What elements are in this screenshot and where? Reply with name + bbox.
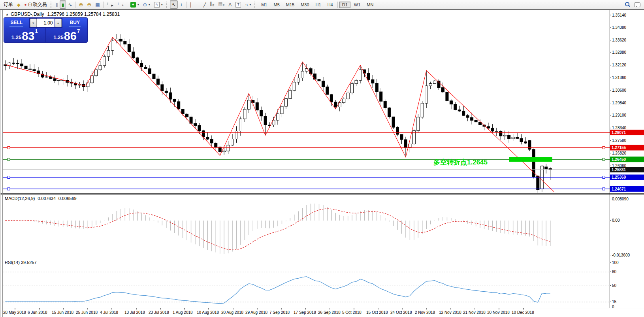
candle-body [144,67,147,68]
bar-chart-icon: ||| [56,2,58,8]
candle-body [388,108,391,117]
candle-body [186,114,188,117]
line-handle[interactable] [8,188,10,190]
volume-value[interactable]: 1.00 [37,19,55,27]
timeframe-button-h1[interactable]: H1 [313,2,324,8]
line-handle[interactable] [8,147,10,149]
candle-body [21,64,23,66]
timeframe-button-m5[interactable]: M5 [271,2,282,8]
zoom-in-button[interactable]: ⊕ [77,0,85,9]
line-handle[interactable] [8,158,10,160]
line-chart-button[interactable]: ∿ [66,0,74,9]
price-axis-label: 1.32120 [612,63,627,67]
candle-body [326,87,329,94]
buy-button[interactable]: BUY [62,18,88,28]
periods-button[interactable]: ⊙▾ [141,0,152,9]
turning-point-highlight-bar[interactable] [509,157,552,162]
candle-body [281,106,283,114]
toolbar: 订单◆●自动交易|||▮∿⊕⊖▦∟▶∟++▾⊙▾∿▾↖+│─╱∥E▤FAT↑↓▾… [0,0,644,9]
line-handle[interactable] [603,147,605,149]
dropdown-arrow-icon[interactable]: ▾ [161,3,163,6]
candle-body [454,104,457,110]
date-axis-label: 5 Oct 2018 [342,310,362,315]
volume-increase-button[interactable]: ▲ [55,19,62,27]
bar-chart-button[interactable]: ||| [54,0,60,9]
trendline-button[interactable]: ╱ [201,0,208,9]
vertical-line-button[interactable]: │ [188,0,194,9]
dropdown-arrow-icon[interactable]: ▾ [149,3,150,6]
add-indicator-icon: + [130,2,136,8]
price-axis-label: 1.33620 [612,38,627,42]
candle-body [545,167,548,169]
new-order-button[interactable]: ◆ [15,0,22,9]
candle-body [119,39,122,41]
chat-button[interactable] [632,0,642,9]
line-handle[interactable] [603,158,605,160]
collapse-icon[interactable]: ▲ [6,13,9,16]
timeframe-button-m30[interactable]: M30 [298,2,312,8]
timeframe-button-d1[interactable]: D1 [339,2,350,8]
dropdown-arrow-icon[interactable]: ▾ [137,3,139,6]
candlestick-chart-button[interactable]: ▮ [60,0,66,9]
fibonacci-button[interactable]: ▤F [216,0,226,9]
candle-body [301,71,304,78]
price-axis-label: 1.28340 [612,126,627,130]
timeframe-button-m1[interactable]: M1 [258,2,270,8]
timeframe-button-h4[interactable]: H4 [325,2,336,8]
turning-point-annotation[interactable]: 多空转折点1.2645 [433,158,488,167]
text-button[interactable]: A [226,0,233,9]
candle-body [223,151,226,152]
sell-button[interactable]: SELL [4,18,29,28]
templates-button[interactable]: ∿▾ [152,0,165,9]
price-axis-label: 1.31360 [612,75,627,80]
cursor-button[interactable]: ↖ [170,0,178,9]
price-axis-label: 1.29840 [612,101,627,105]
line-handle[interactable] [603,176,605,179]
macd-axis-label: 0.008090 [612,197,629,201]
dropdown-arrow-icon[interactable]: ▾ [249,3,251,6]
cursor-icon: ↖ [172,2,176,8]
volume-decrease-button[interactable]: ▼ [30,19,37,27]
candle-body [471,117,473,120]
candle-body [359,70,362,80]
toolbar-separator [103,2,104,8]
candle-body [442,88,444,92]
zoom-in-icon: ⊕ [79,2,83,8]
line-handle[interactable] [8,176,10,179]
buy-price-figure: 1.25 [53,34,63,40]
sell-price-figure: 1.25 [11,34,21,40]
candle-body [322,81,324,87]
timeframe-button-mn[interactable]: MN [364,2,376,8]
chart-area[interactable]: 1.351401.343801.336201.328801.321201.313… [0,0,644,317]
autotrading-button[interactable]: ●自动交易 [22,0,49,9]
candle-body [524,142,527,143]
crosshair-button[interactable]: + [178,0,185,9]
candle-body [161,85,164,91]
orders-button[interactable]: 订单 [2,0,15,9]
candle-body [8,63,11,66]
horizontal-line-button[interactable]: ─ [194,0,201,9]
label-button[interactable]: T [233,0,243,9]
zoom-out-button[interactable]: ⊖ [85,0,93,9]
macd-label: MACD(12,26,9) -0.007634 -0.006569 [5,196,77,201]
timeframe-button-w1[interactable]: W1 [351,2,363,8]
indicators-window-button[interactable]: ∟▶ [105,0,115,9]
candle-body [334,102,337,107]
date-axis-label: 20 Aug 2018 [221,310,244,315]
shapes-button[interactable]: ↑↓▾ [243,0,253,9]
sell-price[interactable]: 1.25831 [4,28,45,42]
tile-windows-button[interactable]: ▦ [93,0,102,9]
equidistant-channel-button[interactable]: ∥E [208,0,216,9]
line-handle[interactable] [603,188,605,190]
search-button[interactable] [623,0,632,9]
zigzag-line[interactable] [5,37,554,192]
add-indicator-button[interactable]: +▾ [128,0,141,9]
hline-icon: ─ [196,2,200,8]
timeframe-button-m15[interactable]: M15 [283,2,297,8]
fibonacci-icon: ▤F [218,1,224,8]
macd-axis-label: 0.00 [612,218,620,223]
buy-button-label: BUY [69,20,81,26]
data-window-button[interactable]: ∟+ [115,0,126,9]
candle-body [153,74,155,79]
buy-price[interactable]: 1.25867 [46,28,88,42]
